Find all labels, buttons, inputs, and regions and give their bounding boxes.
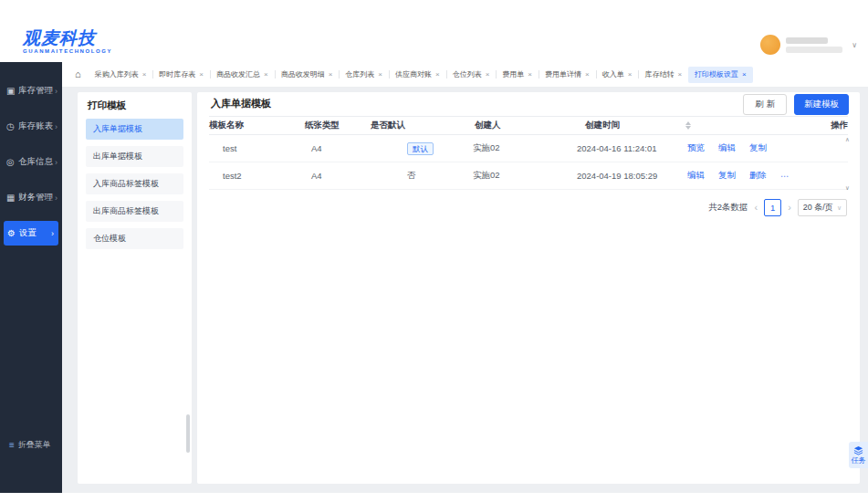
tab-label: 费用单 <box>502 69 524 79</box>
tab-label: 仓位列表 <box>453 69 482 79</box>
table-header-row: 模板名称 纸张类型 是否默认 <box>209 116 848 135</box>
close-icon[interactable]: × <box>142 70 147 78</box>
header-actions: 刷 新 新建模板 <box>743 94 849 115</box>
page-size-select[interactable]: 20 条/页 ∨ <box>798 199 847 216</box>
refresh-button[interactable]: 刷 新 <box>743 94 787 115</box>
chevron-right-icon: › <box>55 193 58 203</box>
action-link[interactable]: 复制 <box>749 142 767 154</box>
page-size-value: 20 条/页 <box>803 202 833 214</box>
tab[interactable]: 仓库列表 × <box>339 62 389 87</box>
tab-label: 打印模板设置 <box>695 69 738 79</box>
user-org-redacted <box>786 47 842 53</box>
user-info-redacted <box>786 37 842 53</box>
user-menu[interactable]: ∨ <box>760 35 857 55</box>
tab[interactable]: 仓位列表 × <box>446 62 497 87</box>
template-list-item[interactable]: 仓位模板 <box>86 228 183 249</box>
layers-icon <box>853 445 863 455</box>
close-icon[interactable]: × <box>486 70 490 78</box>
table-header-cell: 模板名称 <box>209 120 305 131</box>
close-icon[interactable]: × <box>628 70 633 78</box>
tab[interactable]: 即时库存表 × <box>152 62 210 87</box>
table-header-label: 纸张类型 <box>305 120 340 131</box>
tab[interactable]: 打印模板设置 × <box>688 67 753 83</box>
home-icon[interactable]: ⌂ <box>75 69 81 79</box>
sidebar-item[interactable]: ⚙ 设置 › <box>4 221 58 246</box>
table-header-cell: 创建时间 <box>585 120 831 131</box>
prev-page-icon[interactable]: ‹ <box>755 203 758 213</box>
template-list-item[interactable]: 入库商品标签模板 <box>86 173 183 194</box>
task-drawer-button[interactable]: 任务 <box>849 442 868 468</box>
template-list-item[interactable]: 出库商品标签模板 <box>86 201 183 222</box>
sidebar-item[interactable]: ▦ 财务管理 › <box>0 180 62 215</box>
close-icon[interactable]: × <box>329 70 333 78</box>
tab[interactable]: 费用单详情 × <box>539 62 596 87</box>
chevron-down-icon: ∨ <box>837 204 842 212</box>
chevron-right-icon: › <box>51 229 54 238</box>
sidebar-item[interactable]: ▣ 库存管理 › <box>0 73 62 109</box>
ledger-icon: ◷ <box>6 121 18 131</box>
close-icon[interactable]: × <box>677 70 682 78</box>
panel-header: 入库单据模板 刷 新 新建模板 <box>197 92 860 116</box>
action-link[interactable]: 复制 <box>718 170 736 182</box>
table-header-cell: 创建人 <box>475 120 585 131</box>
close-icon[interactable]: × <box>585 70 590 78</box>
table-row: test A4 默认 实施02 2024-04-16 11:24:01 <box>209 135 848 162</box>
task-label: 任务 <box>852 457 866 465</box>
tab-label: 供应商对账 <box>395 69 432 79</box>
avatar[interactable] <box>760 35 780 55</box>
collapse-menu-button[interactable]: ≡ 折叠菜单 <box>9 439 51 451</box>
panel-title: 打印模板 <box>78 92 192 119</box>
close-icon[interactable]: × <box>528 70 532 78</box>
action-link[interactable]: 编辑 <box>718 142 736 154</box>
tab-label: 商品收发汇总 <box>216 69 260 79</box>
tab[interactable]: 收入单 × <box>596 62 639 87</box>
close-icon[interactable]: × <box>742 70 747 78</box>
cell-creator: 实施02 <box>473 170 577 182</box>
scroll-down-icon[interactable]: ∨ <box>845 184 850 192</box>
gear-icon: ⚙ <box>7 228 19 238</box>
current-page-button[interactable]: 1 <box>764 199 781 216</box>
table-scrollbar[interactable]: ∧ ∨ <box>843 136 852 192</box>
page-title: 入库单据模板 <box>211 97 271 110</box>
close-icon[interactable]: × <box>199 70 204 78</box>
sidebar-item-label: 财务管理 <box>18 192 53 204</box>
tab[interactable]: 费用单 × <box>496 62 539 87</box>
next-page-icon[interactable]: › <box>788 203 791 213</box>
tab[interactable]: 供应商对账 × <box>389 62 446 87</box>
scroll-up-icon[interactable]: ∧ <box>845 136 850 143</box>
sidebar-item[interactable]: ◷ 库存账表 › <box>0 109 62 144</box>
sidebar-menu: ▣ 库存管理 › ◷ 库存账表 › ◎ 仓库信息 › ▦ <box>0 62 62 246</box>
create-template-button[interactable]: 新建模板 <box>794 94 849 115</box>
cell-created-at: 2024-04-16 11:24:01 <box>577 143 687 153</box>
action-link[interactable]: 编辑 <box>687 170 705 182</box>
left-panel-scrollbar[interactable] <box>186 414 190 453</box>
sidebar-item-label: 设置 <box>19 227 37 239</box>
sidebar-item-label: 仓库信息 <box>18 156 53 168</box>
sort-icon[interactable] <box>685 121 691 130</box>
tab[interactable]: 采购入库列表 × <box>89 62 153 87</box>
chevron-down-icon[interactable]: ∨ <box>852 41 857 49</box>
tab[interactable]: 商品收发汇总 × <box>210 62 275 87</box>
tab[interactable]: 库存结转 × <box>638 62 688 87</box>
table-header-cell: 纸张类型 <box>305 120 371 131</box>
close-icon[interactable]: × <box>435 70 440 78</box>
print-template-panel: 打印模板 入库单据模板 出库单据模板 入库商品标签模板 出库商品标签模板 仓位模… <box>78 92 192 484</box>
close-icon[interactable]: × <box>378 70 382 78</box>
template-list-item[interactable]: 出库单据模板 <box>86 146 183 167</box>
cell-template-name: test <box>209 143 311 153</box>
table-header-cell: 是否默认 <box>371 120 475 131</box>
sidebar-item[interactable]: ◎ 仓库信息 › <box>0 144 62 180</box>
cell-paper-type: A4 <box>311 143 407 153</box>
tab[interactable]: 商品收发明细 × <box>275 62 340 87</box>
action-link[interactable]: ⋯ <box>780 171 790 181</box>
pagination: 共2条数据 ‹ 1 › 20 条/页 ∨ <box>210 199 847 216</box>
app-window: 观麦科技 GUANMAITECHNOLOGY ∨ ▣ 库存管理 › <box>0 0 868 502</box>
tab-label: 商品收发明细 <box>281 69 325 79</box>
table-header-label: 创建时间 <box>585 120 620 131</box>
hamburger-icon: ≡ <box>9 440 15 450</box>
action-link[interactable]: 预览 <box>687 142 705 154</box>
action-link[interactable]: 删除 <box>749 170 767 182</box>
table-row: test2 A4 否 实施02 2024-04-19 18:05:29 <box>209 162 848 190</box>
close-icon[interactable]: × <box>264 70 268 78</box>
template-list-item[interactable]: 入库单据模板 <box>86 119 183 140</box>
